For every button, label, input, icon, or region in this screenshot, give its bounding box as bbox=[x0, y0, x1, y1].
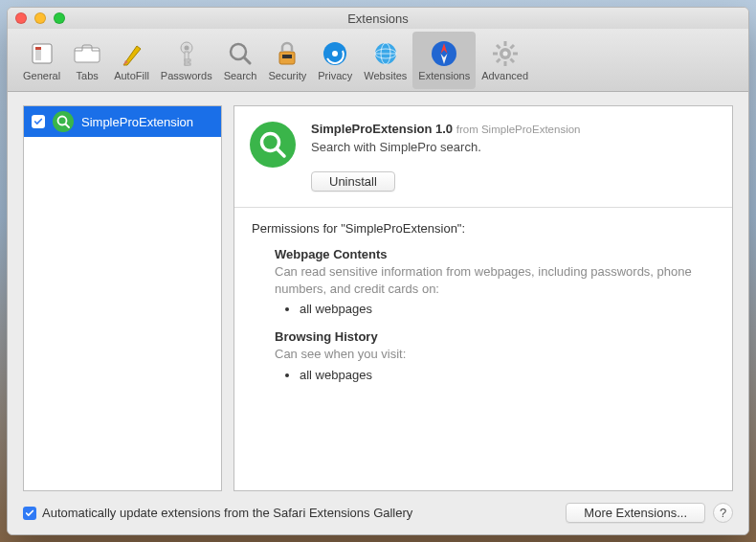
content-area: SimpleProExtension SimpleProExtension 1.… bbox=[8, 92, 748, 534]
extension-description: Search with SimplePro search. bbox=[311, 140, 715, 154]
autofill-icon bbox=[117, 39, 145, 68]
tab-advanced[interactable]: Advanced bbox=[476, 32, 534, 89]
tab-extensions[interactable]: Extensions bbox=[412, 32, 476, 89]
tab-search[interactable]: Search bbox=[218, 32, 263, 89]
preferences-window: Extensions General Tabs AutoFill Passwor… bbox=[7, 7, 749, 535]
extension-icon-large bbox=[250, 122, 296, 168]
svg-line-29 bbox=[497, 58, 500, 62]
security-icon bbox=[273, 39, 301, 68]
tab-websites[interactable]: Websites bbox=[358, 32, 412, 89]
uninstall-button[interactable]: Uninstall bbox=[311, 171, 395, 192]
permission-block-browsing-history: Browsing History Can see when you visit:… bbox=[275, 329, 715, 381]
help-button[interactable]: ? bbox=[713, 503, 733, 523]
toolbar: General Tabs AutoFill Passwords Search bbox=[8, 29, 748, 92]
close-button[interactable] bbox=[15, 12, 27, 24]
auto-update-label: Automatically update extensions from the… bbox=[42, 506, 412, 520]
traffic-lights bbox=[15, 12, 65, 24]
extension-title-line: SimpleProExtension 1.0 from SimpleProExt… bbox=[311, 122, 715, 136]
svg-point-5 bbox=[184, 45, 189, 50]
extensions-sidebar: SimpleProExtension bbox=[23, 105, 222, 491]
extension-icon bbox=[53, 111, 74, 132]
general-icon bbox=[28, 39, 56, 68]
search-icon bbox=[226, 39, 255, 68]
tab-privacy[interactable]: Privacy bbox=[312, 32, 358, 89]
titlebar[interactable]: Extensions bbox=[8, 8, 748, 29]
tabs-icon bbox=[73, 39, 101, 68]
tab-general[interactable]: General bbox=[17, 32, 66, 89]
passwords-icon bbox=[172, 39, 201, 68]
websites-icon bbox=[371, 39, 400, 68]
tab-passwords[interactable]: Passwords bbox=[155, 32, 218, 89]
tab-tabs[interactable]: Tabs bbox=[66, 32, 108, 89]
svg-line-10 bbox=[244, 57, 250, 63]
permissions-heading: Permissions for "SimpleProExtension": bbox=[252, 221, 715, 236]
svg-rect-2 bbox=[35, 47, 41, 50]
svg-rect-8 bbox=[185, 63, 190, 65]
extension-detail-panel: SimpleProExtension 1.0 from SimpleProExt… bbox=[233, 105, 733, 491]
svg-line-27 bbox=[497, 45, 500, 49]
window-title: Extensions bbox=[15, 11, 741, 26]
svg-line-35 bbox=[278, 149, 285, 157]
extension-title: SimpleProExtension 1.0 bbox=[311, 122, 453, 136]
extension-enable-checkbox[interactable] bbox=[32, 115, 45, 128]
footer: Automatically update extensions from the… bbox=[23, 491, 733, 523]
extension-list-item[interactable]: SimpleProExtension bbox=[24, 106, 221, 137]
extensions-icon bbox=[430, 39, 458, 68]
auto-update-checkbox[interactable] bbox=[23, 507, 36, 520]
svg-point-31 bbox=[502, 51, 507, 56]
extension-from: from SimpleProExtension bbox=[456, 124, 581, 135]
tab-autofill[interactable]: AutoFill bbox=[108, 32, 155, 89]
svg-rect-3 bbox=[75, 48, 100, 62]
svg-line-33 bbox=[66, 124, 70, 128]
extension-name: SimpleProExtension bbox=[81, 115, 193, 129]
tab-security[interactable]: Security bbox=[262, 32, 312, 89]
svg-rect-7 bbox=[185, 59, 190, 61]
privacy-icon bbox=[321, 39, 349, 68]
svg-point-14 bbox=[332, 51, 338, 56]
permission-block-webpage-contents: Webpage Contents Can read sensitive info… bbox=[275, 247, 715, 316]
svg-line-30 bbox=[510, 45, 514, 49]
maximize-button[interactable] bbox=[54, 12, 65, 24]
more-extensions-button[interactable]: More Extensions... bbox=[566, 503, 705, 523]
minimize-button[interactable] bbox=[34, 12, 46, 24]
svg-rect-12 bbox=[282, 55, 292, 58]
svg-line-28 bbox=[510, 58, 514, 62]
advanced-icon bbox=[491, 39, 520, 68]
